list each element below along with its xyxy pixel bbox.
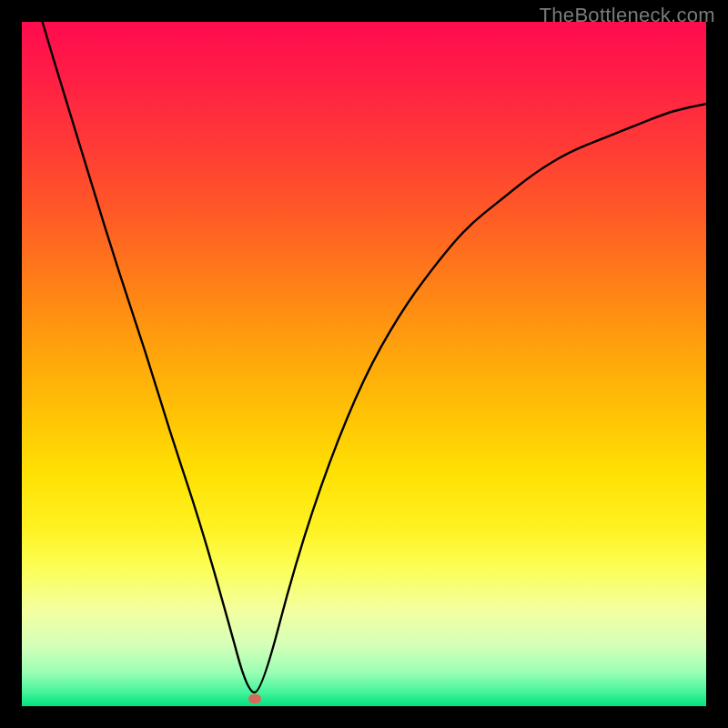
chart-stage: TheBottleneck.com line #d86a5a	[0, 0, 728, 728]
plot-area	[22, 22, 706, 706]
watermark-label: TheBottleneck.com	[540, 4, 715, 27]
curve-line	[22, 22, 706, 706]
data-marker	[248, 694, 261, 703]
